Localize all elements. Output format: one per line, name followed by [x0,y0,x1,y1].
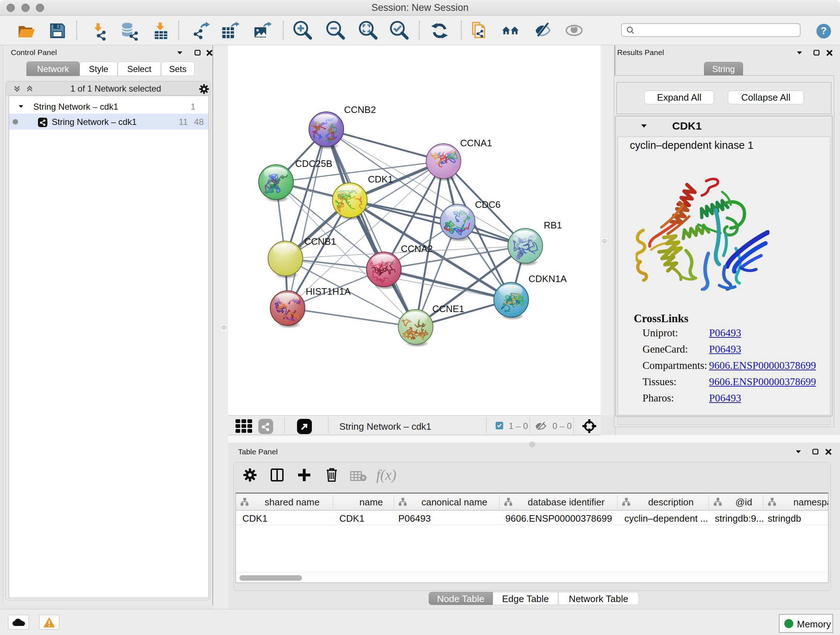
svg-text:CDC25B: CDC25B [295,158,332,169]
svg-text:CCNE1: CCNE1 [432,303,464,314]
svg-text:HIST1H1A: HIST1H1A [306,286,351,297]
svg-text:CDK1: CDK1 [368,174,393,185]
svg-text:CCNA1: CCNA1 [460,138,492,149]
svg-text:CCNA2: CCNA2 [401,243,433,254]
svg-text:CDC6: CDC6 [475,199,501,210]
svg-text:RB1: RB1 [544,220,562,231]
svg-text:CCNB1: CCNB1 [304,236,336,247]
svg-text:?: ? [821,25,827,36]
svg-text:CCNB2: CCNB2 [344,104,376,115]
svg-text:CDKN1A: CDKN1A [529,273,567,284]
